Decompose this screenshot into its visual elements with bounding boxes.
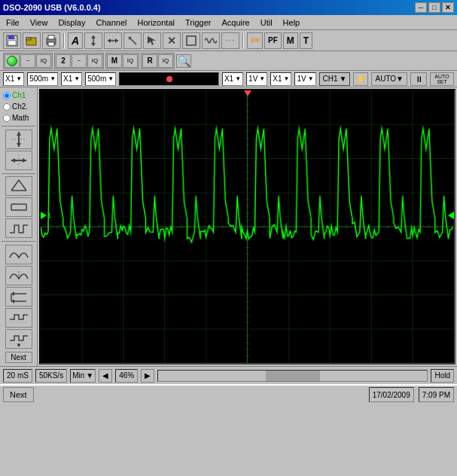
ch1-marker-label: 1 — [47, 212, 51, 219]
menu-util[interactable]: Util — [256, 17, 277, 29]
nav-left-button[interactable]: ◀ — [99, 369, 112, 383]
separator2 — [242, 33, 244, 48]
x1-dropdown-4[interactable]: X1 ▼ — [270, 72, 291, 86]
x1-arrow-2: ▼ — [74, 75, 80, 82]
cursor-v-button[interactable] — [84, 32, 102, 49]
menu-acquire[interactable]: Acquire — [217, 17, 254, 29]
cross-button[interactable]: ✕ — [163, 32, 181, 49]
menu-help[interactable]: Help — [279, 17, 305, 29]
oscilloscope-screen[interactable] — [39, 89, 455, 365]
time-position-bar[interactable] — [119, 72, 219, 86]
x1-label: X1 — [5, 75, 14, 83]
minimize-button[interactable]: ─ — [415, 2, 427, 13]
select-button[interactable] — [143, 32, 161, 49]
status-bar: 20 mS 50KS/s Min ▼ ◀ 46% ▶ Hold — [0, 366, 457, 384]
probe-button[interactable]: ⚡ — [353, 72, 368, 86]
time1-dropdown[interactable]: 500m ▼ — [27, 72, 58, 86]
maximize-button[interactable]: □ — [428, 2, 440, 13]
svg-marker-14 — [115, 38, 118, 43]
nav-right-button[interactable]: ▶ — [141, 369, 154, 383]
oscilloscope-container: 1 — [39, 89, 455, 365]
autoset-button[interactable]: AUTO SET — [430, 72, 454, 86]
time2-dropdown[interactable]: 500m ▼ — [85, 72, 116, 86]
menu-display[interactable]: Display — [53, 17, 90, 29]
ref-iq-button[interactable]: IQ — [158, 54, 173, 68]
menu-file[interactable]: File — [2, 17, 24, 29]
math-radio[interactable] — [3, 114, 11, 122]
search-button[interactable]: 🔍 — [176, 54, 191, 68]
save-button[interactable] — [3, 32, 21, 49]
print-button[interactable] — [42, 32, 60, 49]
meas-btn1[interactable] — [5, 245, 32, 264]
math-iq-button[interactable]: IQ — [123, 54, 138, 68]
menu-trigger[interactable]: Trigger — [181, 17, 215, 29]
menu-channel[interactable]: Channel — [91, 17, 131, 29]
sample-rate-value: 50KS/s — [39, 371, 63, 380]
vert-pos-btn[interactable] — [5, 151, 32, 170]
time2-value: 500m — [87, 75, 106, 83]
sidebar-div2 — [2, 173, 35, 174]
ch2-iq-button[interactable]: IQ — [87, 54, 102, 68]
cursor-h-button[interactable] — [104, 32, 122, 49]
svg-point-40 — [17, 343, 20, 346]
vol2-dropdown[interactable]: 1V ▼ — [294, 72, 315, 86]
vert-scale-btn[interactable] — [5, 130, 32, 149]
zoom-value: 46% — [119, 371, 134, 380]
dots-button[interactable]: ··· — [221, 32, 239, 49]
rect-button[interactable] — [182, 32, 200, 49]
meas-btn2[interactable] — [5, 266, 32, 285]
ch1-marker-arrow — [41, 212, 47, 219]
horiz-scale-btn[interactable] — [5, 176, 32, 196]
wave-button[interactable] — [202, 32, 220, 49]
meas-btn5[interactable] — [5, 329, 32, 349]
vol1-dropdown[interactable]: 1V ▼ — [246, 72, 267, 86]
meas-btn4[interactable] — [5, 308, 32, 328]
scroll-bar[interactable] — [157, 370, 428, 382]
pause-button[interactable]: ⏸ — [410, 72, 427, 86]
mode-dropdown[interactable]: Min ▼ — [70, 369, 96, 383]
x1-dropdown-1[interactable]: X1 ▼ — [3, 72, 24, 86]
ch1-radio-item[interactable]: Ch1 — [2, 90, 35, 100]
hold-display[interactable]: Hold — [431, 369, 454, 383]
next-button-sidebar[interactable]: Next — [5, 352, 32, 363]
pf-button[interactable]: PF — [264, 32, 282, 49]
scroll-thumb[interactable] — [266, 371, 319, 381]
main-layout: Ch1 Ch2. Math — [0, 87, 457, 366]
open-button[interactable] — [23, 32, 41, 49]
x1-dropdown-2[interactable]: X1 ▼ — [61, 72, 82, 86]
menu-bar: File View Display Channel Horizontal Tri… — [0, 15, 457, 30]
ch1-select-badge[interactable]: CH1 ▼ — [319, 72, 351, 86]
autoset-line2: SET — [437, 79, 447, 84]
sidebar-div1 — [2, 126, 35, 127]
next-button-taskbar[interactable]: Next — [3, 387, 34, 402]
math-radio-item[interactable]: Math — [2, 113, 35, 123]
ch1-icon[interactable]: ~ — [20, 54, 35, 68]
vol2-arrow: ▼ — [308, 75, 314, 82]
m-button[interactable]: M — [283, 32, 298, 49]
menu-view[interactable]: View — [26, 17, 53, 29]
trig-level-btn[interactable] — [5, 218, 32, 238]
menu-horizontal[interactable]: Horizontal — [133, 17, 179, 29]
x1-label-2: X1 — [63, 75, 72, 83]
ch1-iq-button[interactable]: IQ — [36, 54, 51, 68]
ch2-radio-item[interactable]: Ch2. — [2, 102, 35, 111]
trigger-top-marker — [244, 90, 251, 96]
meas-btn3[interactable] — [5, 287, 32, 307]
freq-button[interactable]: FR — [247, 32, 263, 49]
x1-dropdown-3[interactable]: X1 ▼ — [222, 72, 243, 86]
close-button[interactable]: ✕ — [442, 2, 454, 13]
text-tool-button[interactable]: A — [68, 32, 83, 49]
x1-label-4: X1 — [273, 75, 282, 83]
svg-rect-7 — [48, 42, 54, 46]
t-button[interactable]: T — [300, 32, 312, 49]
ch2-icon[interactable]: ~ — [72, 54, 87, 68]
trigger-top-arrow — [244, 90, 251, 96]
auto-dropdown[interactable]: AUTO ▼ — [371, 72, 407, 86]
horiz-pos-btn[interactable] — [5, 197, 32, 217]
auto-label: AUTO — [375, 75, 396, 83]
m-label: M — [107, 54, 122, 68]
ch1-radio[interactable] — [3, 92, 11, 99]
svg-rect-4 — [26, 38, 31, 40]
ch2-radio[interactable] — [3, 103, 11, 111]
cursor-diag-button[interactable] — [123, 32, 142, 49]
